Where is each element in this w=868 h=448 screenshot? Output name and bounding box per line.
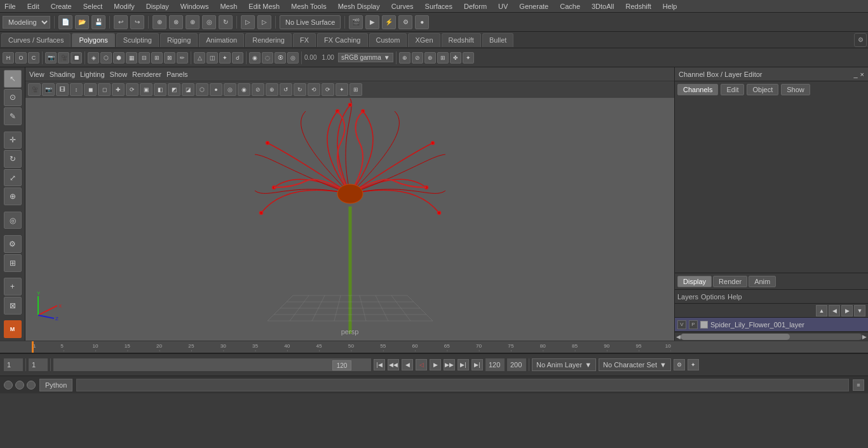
- layer-next-btn[interactable]: ▼: [854, 305, 865, 316]
- view-btn4[interactable]: ▦: [126, 52, 137, 64]
- move-tool-btn[interactable]: ✛: [4, 132, 22, 149]
- prev-frame-btn[interactable]: ◀: [402, 359, 413, 370]
- tool-btn-5[interactable]: ↻: [219, 15, 233, 29]
- menu-mesh-tools[interactable]: Mesh Tools: [289, 3, 328, 10]
- menu-windows[interactable]: Windows: [179, 3, 211, 10]
- vp-view-btn2[interactable]: ◼: [84, 83, 97, 96]
- vp-view-btn8[interactable]: ◩: [168, 83, 180, 96]
- tool-btn-2[interactable]: ⊗: [169, 15, 183, 29]
- le-tab-display[interactable]: Display: [677, 276, 712, 287]
- redo-btn[interactable]: ↪: [130, 15, 144, 29]
- current-frame-field[interactable]: 1: [4, 358, 23, 371]
- tab-rigging[interactable]: Rigging: [160, 33, 198, 47]
- extra-btn2[interactable]: ⊘: [412, 52, 423, 64]
- universal-tool-btn[interactable]: ⊕: [4, 187, 22, 205]
- render-icon2[interactable]: ◌: [262, 52, 273, 64]
- tool-settings-btn[interactable]: ⚙: [4, 235, 22, 253]
- render-icon3[interactable]: ⦿: [275, 52, 286, 64]
- extra-btn5[interactable]: ✤: [450, 52, 461, 64]
- vp-view-btn6[interactable]: ▣: [140, 83, 153, 96]
- open-scene-btn[interactable]: 📂: [75, 15, 89, 29]
- menu-display[interactable]: Display: [144, 3, 171, 10]
- anim-layer-dropdown[interactable]: No Anim Layer ▼: [532, 358, 596, 371]
- scale-tool-btn[interactable]: ⤢: [4, 169, 22, 187]
- layer-visibility-btn[interactable]: V: [677, 320, 686, 329]
- cb-tab-object[interactable]: Object: [747, 84, 778, 95]
- soft-sel-btn[interactable]: ◎: [4, 212, 22, 229]
- go-end-btn[interactable]: ▶|: [471, 359, 483, 370]
- render-view-btn[interactable]: 🎬: [349, 15, 363, 29]
- next-key-btn[interactable]: ▶|: [458, 359, 469, 370]
- menu-3dtoall[interactable]: 3DtoAll: [590, 3, 616, 10]
- prev-key-btn[interactable]: ◀◀: [388, 359, 399, 370]
- range-slider[interactable]: 120: [53, 358, 371, 371]
- tool-btn-1[interactable]: ⊕: [153, 15, 166, 29]
- render-opt-btn[interactable]: ⚙: [398, 15, 412, 29]
- new-scene-btn[interactable]: 📄: [58, 15, 72, 29]
- tab-curves-surfaces[interactable]: Curves / Surfaces: [1, 33, 71, 47]
- layer-up-btn[interactable]: ▲: [816, 305, 827, 316]
- python-tab[interactable]: Python: [39, 379, 72, 391]
- menu-select[interactable]: Select: [81, 3, 105, 10]
- vp-render-btn1[interactable]: ⬡: [196, 83, 208, 96]
- menu-redshift[interactable]: Redshift: [623, 3, 653, 10]
- menu-generate[interactable]: Generate: [517, 3, 550, 10]
- layer-p-btn[interactable]: P: [689, 320, 698, 329]
- tab-custom[interactable]: Custom: [369, 33, 407, 47]
- menu-mesh[interactable]: Mesh: [218, 3, 239, 10]
- menu-edit-mesh[interactable]: Edit Mesh: [247, 3, 281, 10]
- select-tool-btn[interactable]: ↖: [4, 70, 22, 88]
- play-end-field[interactable]: 200: [507, 358, 526, 371]
- snap-btn2[interactable]: ◫: [207, 52, 218, 64]
- vp-menu-shading[interactable]: Shading: [50, 71, 75, 78]
- live-surface-btn[interactable]: No Live Surface: [280, 15, 341, 29]
- show-hide-btn[interactable]: +: [4, 278, 22, 295]
- menu-deform[interactable]: Deform: [462, 3, 489, 10]
- play-fwd-btn[interactable]: ▶: [430, 359, 441, 370]
- layer-row[interactable]: V P Spider_Lily_Flower_001_layer: [675, 318, 868, 332]
- tool-btn-4[interactable]: ◎: [202, 15, 216, 29]
- snap-btn1[interactable]: △: [194, 52, 205, 64]
- camera-btn3[interactable]: 🔲: [71, 52, 82, 64]
- h-scrollbar[interactable]: ◀ ▶: [675, 332, 868, 341]
- view-btn8[interactable]: ✏: [177, 52, 188, 64]
- tab-fx-caching[interactable]: FX Caching: [317, 33, 367, 47]
- menu-mesh-display[interactable]: Mesh Display: [336, 3, 382, 10]
- view-btn6[interactable]: ⊞: [151, 52, 163, 64]
- vp-render-btn3[interactable]: ◎: [224, 83, 236, 96]
- menu-file[interactable]: File: [3, 3, 18, 10]
- tool-btn-3[interactable]: ⊕: [186, 15, 200, 29]
- view-btn1[interactable]: ◈: [88, 52, 99, 64]
- tab-xgen[interactable]: XGen: [408, 33, 440, 47]
- lo-help[interactable]: Help: [728, 293, 742, 301]
- vp-view-btn5[interactable]: ⟳: [126, 83, 139, 96]
- render-icon4[interactable]: ◎: [287, 52, 299, 64]
- undo-btn[interactable]: ↩: [114, 15, 128, 29]
- vp-render-btn4[interactable]: ◉: [238, 83, 250, 96]
- rotate-tool-btn[interactable]: ↻: [4, 150, 22, 168]
- scroll-right-btn[interactable]: ▶: [862, 334, 867, 340]
- menu-modify[interactable]: Modify: [112, 3, 136, 10]
- scroll-track[interactable]: [681, 334, 862, 340]
- play-start-field[interactable]: 120: [485, 358, 505, 371]
- anim-prefs-btn[interactable]: ⚙: [674, 359, 685, 370]
- menu-surfaces[interactable]: Surfaces: [423, 3, 454, 10]
- anim-extra-btn[interactable]: ✦: [688, 359, 699, 370]
- vp-view-btn1[interactable]: ↕: [70, 83, 83, 96]
- le-tab-render[interactable]: Render: [713, 276, 747, 287]
- vp-menu-panels[interactable]: Panels: [166, 71, 188, 78]
- mode-select[interactable]: Modeling: [3, 16, 50, 29]
- camera-btn2[interactable]: 🎥: [58, 52, 69, 64]
- next-frame-btn[interactable]: ▶▶: [444, 359, 455, 370]
- cb-tab-edit[interactable]: Edit: [721, 84, 744, 95]
- snap-settings-btn[interactable]: ⊞: [4, 254, 22, 272]
- tab-bullet[interactable]: Bullet: [482, 33, 514, 47]
- extra-btn1[interactable]: ⊕: [399, 52, 410, 64]
- sphere-btn[interactable]: ●: [415, 15, 429, 29]
- tab-sculpting[interactable]: Sculpting: [116, 33, 159, 47]
- vp-menu-lighting[interactable]: Lighting: [80, 71, 105, 78]
- view-btn2[interactable]: ⬡: [100, 52, 112, 64]
- vp-cam-btn3[interactable]: 🎞: [56, 83, 69, 96]
- vp-menu-view[interactable]: View: [29, 71, 44, 78]
- paint-sel-tool-btn[interactable]: ✎: [4, 107, 22, 125]
